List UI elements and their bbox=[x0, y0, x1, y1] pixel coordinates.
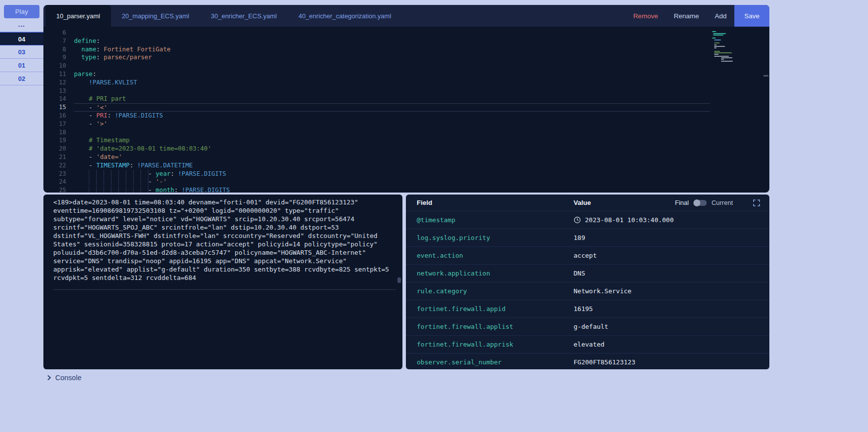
fields-header: Field Value Final Current bbox=[406, 195, 769, 211]
field-row: observer.serial_numberFG200FT856123123 bbox=[406, 353, 769, 369]
line-number: 12 bbox=[43, 79, 74, 87]
log-line: poluuid="d3b6c700-d70a-51ed-d2d8-a3ceba7… bbox=[53, 248, 396, 257]
field-name: network.application bbox=[417, 270, 574, 277]
line-number: 14 bbox=[43, 95, 74, 103]
minimap[interactable] bbox=[712, 30, 761, 62]
code-line-16: 16 - PRI: !PARSE.DIGITS bbox=[43, 112, 769, 120]
overflow-menu[interactable]: ... bbox=[0, 21, 43, 30]
field-row: fortinet.firewall.appid16195 bbox=[406, 300, 769, 317]
line-number: 13 bbox=[43, 87, 74, 95]
line-number: 6 bbox=[43, 29, 74, 37]
add-button[interactable]: Add bbox=[707, 5, 734, 27]
code-line-10: 10 bbox=[43, 62, 769, 70]
field-value: accept bbox=[574, 252, 760, 259]
field-name: log.syslog.priority bbox=[417, 234, 574, 241]
field-value: DNS bbox=[574, 270, 760, 277]
code-line-9: 9 type: parsec/parser bbox=[43, 53, 769, 62]
field-value: 2023-08-01 10:03:40.000 bbox=[574, 216, 760, 224]
app: Play ... 04030102 10_parser.yaml20_mappi… bbox=[0, 0, 868, 432]
code-line-25: 25 - month: !PARSE.DIGITS bbox=[43, 186, 769, 193]
code-line-18: 18 bbox=[43, 128, 769, 137]
editor-card: 10_parser.yaml20_mapping_ECS.yaml30_enri… bbox=[43, 5, 769, 193]
field-row: fortinet.firewall.appriskelevated bbox=[406, 335, 769, 353]
line-number: 8 bbox=[43, 45, 74, 54]
yaml-code-editor[interactable]: 67define:8 name: Fortinet FortiGate9 typ… bbox=[43, 27, 769, 193]
log-line: subtype="forward" level="notice" vd="HOG… bbox=[53, 215, 396, 223]
log-line: eventtime=1690869819732503108 tz="+0200"… bbox=[53, 206, 396, 215]
console-label: Console bbox=[55, 374, 81, 382]
field-value: 189 bbox=[574, 234, 760, 241]
tab-20_mapping_ECS.yaml[interactable]: 20_mapping_ECS.yaml bbox=[111, 5, 200, 27]
line-number: 22 bbox=[43, 161, 74, 170]
line-number: 24 bbox=[43, 178, 74, 186]
code-line-22: 22 - TIMESTAMP: !PARSE.DATETIME bbox=[43, 161, 769, 170]
value-column-header: Value bbox=[574, 199, 675, 206]
editor-scrollbar[interactable] bbox=[763, 75, 768, 77]
field-row: @timestamp2023-08-01 10:03:40.000 bbox=[406, 211, 769, 229]
code-line-8: 8 name: Fortinet FortiGate bbox=[43, 45, 769, 54]
log-line: srcintf="HOGWARTS_SPOJ_ABC" srcintfrole=… bbox=[53, 223, 396, 232]
field-column-header: Field bbox=[417, 199, 574, 206]
log-line: rcvdpkt=5 sentdelta=312 rcvddelta=684 bbox=[53, 274, 396, 282]
tab-10_parser.yaml[interactable]: 10_parser.yaml bbox=[45, 5, 111, 27]
code-line-21: 21 - 'date=' bbox=[43, 153, 769, 161]
log-line: dstintf="VL_HOGWARTS-FWH" dstintfrole="l… bbox=[53, 232, 396, 240]
remove-button[interactable]: Remove bbox=[625, 5, 666, 27]
code-line-24: 24 - '-' bbox=[43, 178, 769, 186]
sidebar-item-01[interactable]: 01 bbox=[0, 59, 43, 72]
line-number: 9 bbox=[43, 53, 74, 62]
field-value: FG200FT856123123 bbox=[574, 358, 760, 366]
sample-log-scrollbar[interactable] bbox=[398, 277, 401, 283]
sample-log-editor[interactable]: <189>date=2023-08-01 time=08:03:40 devna… bbox=[43, 195, 402, 369]
toggle-knob-icon bbox=[693, 199, 700, 206]
sample-log-text: <189>date=2023-08-01 time=08:03:40 devna… bbox=[53, 198, 396, 282]
field-name: fortinet.firewall.appid bbox=[417, 305, 574, 313]
tab-30_enricher_ECS.yaml[interactable]: 30_enricher_ECS.yaml bbox=[200, 5, 288, 27]
final-current-toggle[interactable] bbox=[694, 200, 707, 206]
code-line-6: 6 bbox=[43, 29, 769, 37]
line-number: 21 bbox=[43, 153, 74, 161]
file-tabs: 10_parser.yaml20_mapping_ECS.yaml30_enri… bbox=[45, 5, 402, 27]
field-name: rule.category bbox=[417, 287, 574, 295]
code-line-17: 17 - '>' bbox=[43, 120, 769, 128]
field-value: g-default bbox=[574, 323, 760, 330]
code-line-20: 20 # 'date=2023-08-01 time=08:03:40' bbox=[43, 145, 769, 153]
tab-40_enricher_categorization.yaml[interactable]: 40_enricher_categorization.yaml bbox=[288, 5, 402, 27]
log-line: apprisk="elevated" applist="g-default" d… bbox=[53, 265, 396, 274]
line-number: 11 bbox=[43, 70, 74, 79]
sidebar-item-03[interactable]: 03 bbox=[0, 45, 43, 59]
field-name: observer.serial_number bbox=[417, 358, 574, 366]
log-line: service="DNS" trandisp="noop" appid=1619… bbox=[53, 257, 396, 265]
console-toggle[interactable]: Console bbox=[47, 374, 81, 382]
save-button[interactable]: Save bbox=[734, 5, 769, 27]
field-name: fortinet.firewall.apprisk bbox=[417, 341, 574, 348]
sidebar-item-list: 04030102 bbox=[0, 32, 43, 85]
line-number: 18 bbox=[43, 128, 74, 137]
chevron-right-icon bbox=[47, 375, 51, 381]
code-line-13: 13 bbox=[43, 87, 769, 95]
field-name: fortinet.firewall.applist bbox=[417, 323, 574, 330]
code-line-23: 23 - year: !PARSE.DIGITS bbox=[43, 170, 769, 178]
field-row: fortinet.firewall.applistg-default bbox=[406, 317, 769, 335]
field-name: event.action bbox=[417, 252, 574, 259]
expand-icon[interactable] bbox=[753, 199, 760, 207]
sidebar-item-04[interactable]: 04 bbox=[0, 32, 43, 45]
sidebar-item-02[interactable]: 02 bbox=[0, 72, 43, 85]
code-lines: 67define:8 name: Fortinet FortiGate9 typ… bbox=[43, 29, 769, 193]
file-actions: Remove Rename Add Save bbox=[625, 5, 769, 27]
line-number: 25 bbox=[43, 186, 74, 193]
line-number: 7 bbox=[43, 37, 74, 45]
code-line-7: 7define: bbox=[43, 37, 769, 45]
parsed-fields-panel: Field Value Final Current @timestamp2023… bbox=[406, 195, 769, 369]
field-name: @timestamp bbox=[417, 216, 574, 224]
line-number: 10 bbox=[43, 62, 74, 70]
line-number: 23 bbox=[43, 170, 74, 178]
field-row: event.actionaccept bbox=[406, 246, 769, 264]
sidebar: Play ... 04030102 bbox=[0, 0, 43, 432]
line-number: 16 bbox=[43, 112, 74, 120]
clock-icon bbox=[574, 216, 581, 224]
play-button[interactable]: Play bbox=[4, 5, 39, 18]
code-line-15: 15 - '<' bbox=[43, 103, 769, 112]
field-rows: @timestamp2023-08-01 10:03:40.000log.sys… bbox=[406, 211, 769, 369]
rename-button[interactable]: Rename bbox=[666, 5, 707, 27]
